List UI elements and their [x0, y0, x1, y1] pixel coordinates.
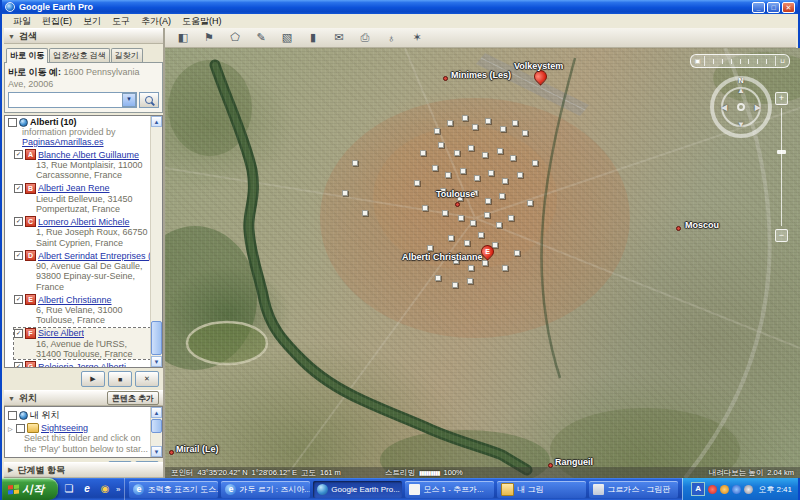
result-checkbox[interactable]: ✓: [14, 251, 23, 260]
taskbar-task-button[interactable]: 모스 1 - 추프가...: [405, 481, 494, 498]
expander-triangle-icon[interactable]: ▷: [8, 425, 14, 432]
close-button[interactable]: ✕: [782, 2, 795, 13]
taskbar-task-button[interactable]: 그르가스 - 그림판: [589, 481, 678, 498]
toolbar-button-icon[interactable]: ⬠: [225, 29, 245, 47]
search-result-item[interactable]: ✓ F Sicre Albert 16, Avenue de l'URSS, 3…: [14, 328, 150, 360]
security-alert-icon[interactable]: [708, 485, 717, 494]
tilt-down-icon[interactable]: ▣: [691, 56, 705, 66]
zoom-out-button[interactable]: −: [775, 229, 788, 242]
sightseeing-label[interactable]: Sightseeing: [41, 423, 88, 433]
tilt-track[interactable]: [705, 59, 775, 64]
result-name-link[interactable]: Blanche Albert Guillaume: [38, 150, 139, 160]
media-player-icon[interactable]: ◉: [98, 482, 112, 496]
scroll-down-arrow[interactable]: ▼: [151, 356, 162, 367]
place-dot-marker[interactable]: [455, 202, 460, 207]
compass-center[interactable]: [737, 103, 745, 111]
menu-item[interactable]: 편집(E): [37, 14, 77, 29]
result-checkbox[interactable]: ✓: [14, 184, 23, 193]
result-name-link[interactable]: Alberti Christianne: [38, 295, 112, 305]
group-checkbox[interactable]: [8, 118, 17, 127]
maximize-button[interactable]: □: [767, 2, 780, 13]
toolbar-button-icon[interactable]: ✎: [251, 29, 271, 47]
sightseeing-checkbox[interactable]: [16, 424, 25, 433]
volume-icon[interactable]: [744, 485, 753, 494]
result-name-link[interactable]: Relojeria Jorge Alberti: [38, 362, 126, 367]
search-result-item[interactable]: ✓ B Alberti Jean Rene Lieu-dit Bellevue,…: [14, 183, 150, 215]
taskbar-task-button[interactable]: e가두 르기 : 즈시아...: [221, 481, 310, 498]
map-place-label[interactable]: Volkeystem: [514, 61, 563, 71]
show-desktop-icon[interactable]: ❏: [62, 482, 76, 496]
place-dot-marker[interactable]: [169, 450, 174, 455]
scroll-up-arrow[interactable]: ▲: [151, 116, 162, 127]
search-result-item[interactable]: ✓ E Alberti Christianne 6, Rue Velane, 3…: [14, 294, 150, 326]
collapse-triangle-icon[interactable]: ▼: [8, 33, 15, 40]
menu-item[interactable]: 보기: [78, 14, 106, 29]
dropdown-arrow-icon[interactable]: ▼: [122, 93, 136, 107]
result-name-link[interactable]: Albert Serindat Entreprises (Cher...): [38, 251, 150, 261]
results-scrollbar[interactable]: ▲ ▼: [150, 116, 162, 367]
map-place-label[interactable]: Minimes (Les): [451, 70, 511, 80]
layers-panel-header[interactable]: ▶ 단계별 항목: [4, 462, 163, 478]
result-checkbox[interactable]: ✓: [14, 295, 23, 304]
map-place-label[interactable]: Mirail (Le): [176, 444, 219, 454]
minimize-button[interactable]: _: [752, 2, 765, 13]
result-name-link[interactable]: Lomero Alberti Michele: [38, 217, 130, 227]
result-checkbox[interactable]: ✓: [14, 150, 23, 159]
map-place-label[interactable]: Toulouse: [436, 189, 475, 199]
map-place-label[interactable]: Moscou: [685, 220, 719, 230]
search-panel-header[interactable]: ▼ 검색: [4, 28, 163, 44]
expand-triangle-icon[interactable]: ▶: [8, 466, 13, 474]
result-checkbox[interactable]: ✓: [14, 329, 23, 338]
map-viewport[interactable]: Minimes (Les)VolkeystemToulouseMoscouEAl…: [165, 48, 800, 478]
taskbar-task-button[interactable]: Google Earth Pro...: [313, 481, 402, 498]
toolbar-button-icon[interactable]: ✉: [329, 29, 349, 47]
toolbar-button-icon[interactable]: ◧: [173, 29, 193, 47]
my-places-item[interactable]: 내 위치: [8, 409, 150, 422]
flyto-input[interactable]: ▼: [8, 92, 137, 108]
map-place-label[interactable]: Rangueil: [555, 457, 593, 467]
ime-indicator[interactable]: A: [691, 482, 705, 496]
provider-link[interactable]: PaginasAmarillas.es: [22, 137, 150, 147]
start-button[interactable]: 시작: [2, 478, 58, 500]
place-dot-marker[interactable]: [443, 76, 448, 81]
pan-left-arrow[interactable]: ◀: [721, 103, 727, 112]
internet-explorer-icon[interactable]: e: [80, 482, 94, 496]
play-tour-button[interactable]: ▶: [81, 371, 105, 387]
result-name-link[interactable]: Alberti Jean Rene: [38, 183, 110, 193]
search-result-item[interactable]: ✓ D Albert Serindat Entreprises (Cher...…: [14, 250, 150, 292]
taskbar-task-button[interactable]: e조력호 표즈기 도스...: [129, 481, 218, 498]
search-result-group[interactable]: Alberti (10): [8, 117, 150, 127]
update-icon[interactable]: [720, 485, 729, 494]
menu-item[interactable]: 도움말(H): [177, 14, 227, 29]
sightseeing-folder-item[interactable]: ▷ Sightseeing: [8, 423, 150, 433]
scroll-down-arrow[interactable]: ▼: [151, 446, 162, 457]
toolbar-button-icon[interactable]: ▮: [303, 29, 323, 47]
search-tab[interactable]: 바로 이동: [6, 48, 48, 63]
places-panel-header[interactable]: ▼ 위치 콘텐츠 추가: [4, 390, 163, 406]
search-result-item[interactable]: ✓ C Lomero Alberti Michele 1, Rue Joseph…: [14, 216, 150, 248]
tilt-thumb[interactable]: [731, 59, 732, 64]
scroll-up-arrow[interactable]: ▲: [151, 407, 162, 418]
result-name-link[interactable]: Sicre Albert: [38, 328, 84, 338]
toolbar-button-icon[interactable]: ♁: [381, 29, 401, 47]
toolbar-button-icon[interactable]: ✶: [407, 29, 427, 47]
pan-down-arrow[interactable]: ▼: [737, 120, 745, 129]
stop-tour-button[interactable]: ■: [108, 371, 132, 387]
pan-right-arrow[interactable]: ▶: [755, 103, 761, 112]
clear-results-button[interactable]: ✕: [135, 371, 159, 387]
zoom-in-button[interactable]: +: [775, 92, 788, 105]
result-checkbox[interactable]: ✓: [14, 217, 23, 226]
tilt-slider[interactable]: ▣ ⊔: [690, 54, 790, 68]
zoom-track[interactable]: [781, 108, 782, 226]
tilt-up-icon[interactable]: ⊔: [775, 56, 789, 66]
search-tab[interactable]: 길찾기: [111, 48, 143, 62]
taskbar-task-button[interactable]: 내 그림: [497, 481, 586, 498]
search-result-item[interactable]: ✓ A Blanche Albert Guillaume 13, Rue Mon…: [14, 149, 150, 181]
search-tab[interactable]: 업종/상호 검색: [49, 48, 109, 62]
menu-item[interactable]: 파일: [8, 14, 36, 29]
result-checkbox[interactable]: ✓: [14, 362, 23, 367]
toolbar-button-icon[interactable]: ⚑: [199, 29, 219, 47]
search-button[interactable]: [139, 92, 159, 108]
search-result-item[interactable]: ✓ G Relojeria Jorge Alberti C/ Canal, 17…: [14, 361, 150, 367]
toolbar-button-icon[interactable]: ⎙: [355, 29, 375, 47]
